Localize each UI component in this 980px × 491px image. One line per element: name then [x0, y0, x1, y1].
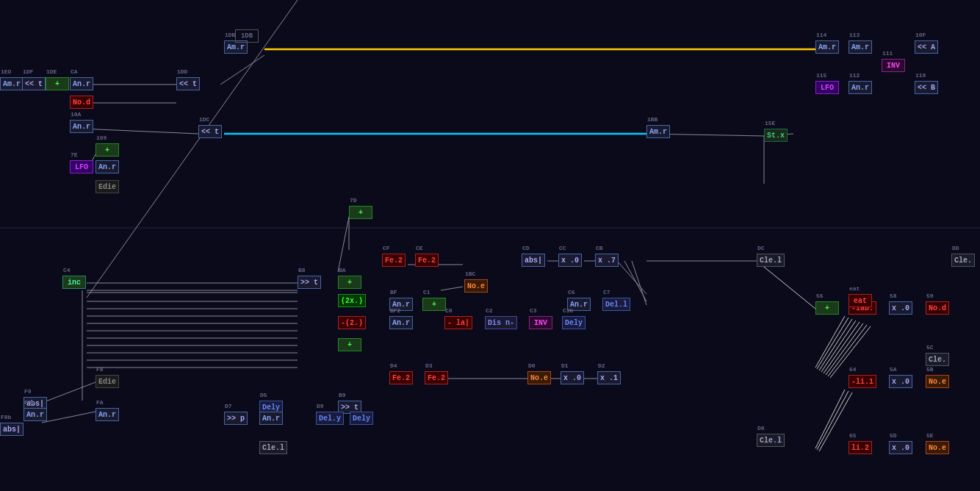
node-7D[interactable]: 7D+ — [349, 206, 372, 219]
node-7E[interactable]: 7ELFO — [70, 160, 93, 173]
node-109[interactable]: 109+ — [96, 143, 119, 157]
node-1DC[interactable]: 1DC<< t — [198, 125, 222, 138]
node-an109[interactable]: An.r — [96, 160, 119, 173]
node-F8_edie[interactable]: F8Edie — [96, 375, 119, 388]
svg-line-43 — [441, 287, 463, 290]
svg-line-24 — [819, 393, 852, 451]
node-C8[interactable]: C8- la| — [444, 316, 472, 329]
node-D3[interactable]: D3Fe.2 — [425, 371, 448, 384]
node-LFO115[interactable]: 115LFO — [815, 81, 839, 94]
node-tag-C4: C4 — [63, 267, 71, 273]
node-1DE[interactable]: 1DE+ — [46, 77, 69, 90]
node-CB[interactable]: CBx .7 — [595, 254, 619, 267]
node-CD[interactable]: CDabs| — [522, 254, 545, 267]
node-DC_cle[interactable]: DCCle.l — [757, 254, 785, 267]
node-C2[interactable]: C2Dis n- — [485, 316, 517, 329]
node-CF[interactable]: CFFe.2 — [382, 254, 406, 267]
node-n5E[interactable]: 5ENo.e — [926, 441, 949, 454]
node-C3b[interactable]: C3bDely — [562, 316, 586, 329]
node-eat_node[interactable]: eateat — [849, 294, 872, 307]
node-tag-1DF: 1DF — [23, 68, 33, 75]
node-D2[interactable]: D2x .1 — [597, 371, 621, 384]
node-n5A[interactable]: 5Ax .0 — [889, 375, 912, 388]
node-BA_plus[interactable]: BA+ — [338, 276, 361, 289]
node-1DB_top[interactable]: 1DB — [235, 29, 259, 43]
svg-line-23 — [817, 391, 849, 450]
svg-line-46 — [617, 261, 646, 294]
node-1DB_amr2[interactable]: 114Am.r — [815, 40, 839, 54]
node-BA_plus2[interactable]: + — [338, 338, 361, 351]
node-label-1DB_amr2: Am.r — [818, 43, 836, 51]
node-F9_amr[interactable]: F9bAn.r — [24, 408, 47, 421]
node-D1[interactable]: D1x .0 — [561, 371, 584, 384]
wire-canvas — [0, 0, 980, 491]
node-tag-n5A: 5A — [890, 366, 897, 373]
node-No_CA[interactable]: No.d — [70, 96, 93, 109]
node-n5B[interactable]: 5BNo.e — [926, 375, 949, 388]
node-n59[interactable]: 59No.d — [926, 301, 949, 315]
svg-line-17 — [821, 320, 856, 372]
node-label-n5E: No.e — [929, 444, 946, 452]
node-label-DD_cle: Cle. — [954, 257, 972, 265]
node-tag-D2: D2 — [598, 362, 605, 369]
svg-line-14 — [815, 316, 845, 368]
node-D9b[interactable]: Dely — [350, 412, 373, 425]
node-label-D9b: Dely — [353, 415, 370, 423]
node-tag-n5C: 5C — [926, 344, 934, 351]
node-BA_2xneg[interactable]: -(2.) — [338, 316, 366, 329]
node-F8_abs[interactable]: F8babs| — [0, 423, 24, 436]
node-CC[interactable]: CCx .0 — [558, 254, 582, 267]
node-label-7D: + — [359, 209, 363, 217]
node-1BB[interactable]: 1BBAm.r — [646, 125, 670, 138]
node-Cle_D5[interactable]: Cle.l — [259, 441, 287, 454]
node-INV111[interactable]: 111INV — [882, 59, 905, 72]
node-t110[interactable]: 110<< B — [915, 81, 938, 94]
node-n5C[interactable]: 5CCle. — [926, 353, 949, 366]
node-1DB_amr3[interactable]: 113Am.r — [849, 40, 872, 54]
node-1DB_amr4[interactable]: 10F<< A — [915, 40, 938, 54]
node-10A[interactable]: 10AAn.r — [70, 120, 93, 133]
node-D4[interactable]: D4Fe.2 — [389, 371, 413, 384]
node-D8_cle[interactable]: D8Cle.l — [757, 434, 785, 447]
node-label-n5C: Cle. — [929, 356, 946, 364]
node-n5D[interactable]: 5Dx .0 — [889, 441, 912, 454]
node-tag-C1: C1 — [423, 289, 430, 295]
node-amr112[interactable]: 112An.r — [849, 81, 872, 94]
node-label-D9: Del.y — [319, 415, 341, 423]
node-BF2[interactable]: BF2An.r — [389, 316, 413, 329]
node-D9[interactable]: D9Del.y — [316, 412, 344, 425]
node-D6_an[interactable]: An.r — [259, 412, 283, 425]
node-tag-t110: 110 — [915, 72, 926, 79]
node-C1[interactable]: C1+ — [422, 298, 446, 311]
node-tag-F8_edie: F8 — [96, 366, 104, 373]
node-15E[interactable]: 15ESt.x — [764, 129, 788, 142]
node-label-15E: St.x — [767, 132, 785, 140]
node-n64[interactable]: 64-li.1 — [849, 375, 876, 388]
node-BA_2x[interactable]: (2x.) — [338, 294, 366, 307]
node-tag-n65: 65 — [849, 432, 857, 439]
node-CE[interactable]: CEFe.2 — [415, 254, 439, 267]
node-C4[interactable]: C4inc — [62, 276, 86, 289]
node-D0[interactable]: D0No.e — [527, 371, 551, 384]
node-n56[interactable]: 56+ — [815, 301, 839, 315]
node-1DD[interactable]: 1DD<< t — [176, 77, 200, 90]
node-C7[interactable]: C7Del.l — [602, 298, 630, 311]
node-label-CC: x .0 — [561, 257, 579, 265]
node-tag-109: 109 — [96, 135, 107, 141]
node-1DF[interactable]: 1DF<< t — [22, 77, 46, 90]
node-1BC[interactable]: 1BCNo.e — [464, 279, 488, 293]
node-D7[interactable]: D7>> p — [224, 412, 248, 425]
node-C3[interactable]: C3INV — [529, 316, 552, 329]
node-FA[interactable]: FAAn.r — [96, 408, 119, 421]
node-label-CB: x .7 — [598, 257, 616, 265]
node-tag-INV111: 111 — [882, 50, 893, 57]
node-DD_cle[interactable]: DDCle. — [951, 254, 975, 267]
node-n58[interactable]: 58x .0 — [889, 301, 912, 315]
node-edie7e[interactable]: Edie — [96, 180, 119, 193]
svg-line-16 — [819, 319, 852, 370]
node-n65[interactable]: 65li.2 — [849, 441, 872, 454]
node-CA[interactable]: CAAn.r — [70, 77, 93, 90]
node-B8[interactable]: B8>> t — [298, 276, 321, 289]
node-1EO[interactable]: 1EOAm.r — [0, 77, 24, 90]
node-tag-D8_cle: D8 — [757, 425, 765, 431]
